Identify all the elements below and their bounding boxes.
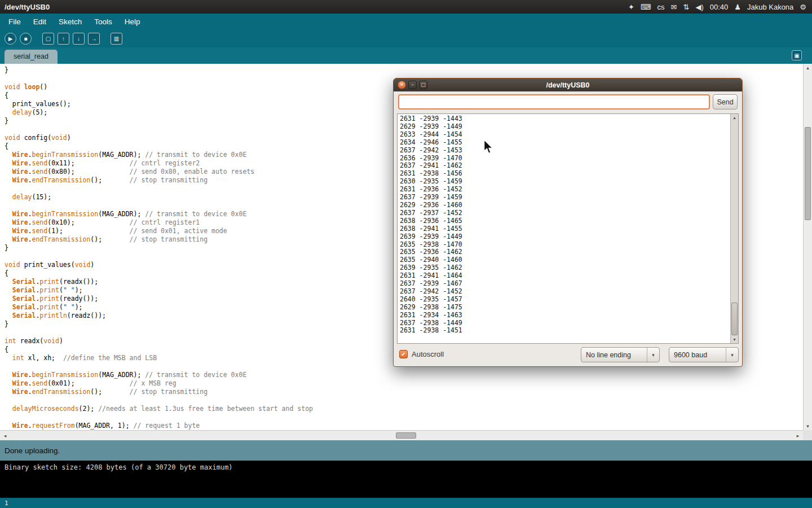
- code-line: Wire.send(0x01); // x MSB reg: [5, 379, 803, 388]
- serial-monitor-title: /dev/ttyUSB0: [394, 81, 742, 89]
- mouse-cursor: [484, 140, 494, 157]
- autoscroll-label: Autoscroll: [412, 350, 444, 358]
- serial-monitor-button[interactable]: ▥: [111, 33, 122, 45]
- indicator-icon[interactable]: ✦: [628, 3, 634, 11]
- scrollbar-corner: [803, 430, 812, 440]
- new-sketch-button[interactable]: ▢: [42, 33, 54, 45]
- line-number-indicator: 1: [5, 500, 8, 507]
- autoscroll-checkbox[interactable]: ✔: [399, 350, 408, 358]
- mail-icon[interactable]: ✉: [671, 3, 677, 11]
- code-line: Wire.requestFrom(MAG_ADDR, 1); // reques…: [5, 422, 803, 430]
- scroll-up-icon[interactable]: ▴: [804, 64, 812, 72]
- verify-button[interactable]: ▶: [5, 33, 16, 45]
- serial-scroll-up-icon[interactable]: ▴: [731, 114, 738, 121]
- network-icon[interactable]: ⇅: [683, 3, 690, 11]
- desktop-panel: /dev/ttyUSB0 ✦⌨cs✉⇅◀)00:40♟Jakub Kakona⚙: [0, 0, 812, 14]
- clock-label[interactable]: 00:40: [710, 3, 729, 11]
- scroll-left-icon[interactable]: ◂: [1, 432, 9, 440]
- serial-scrollbar[interactable]: ▴ ▾: [730, 114, 738, 343]
- maximize-icon[interactable]: ▢: [419, 81, 427, 89]
- menu-help[interactable]: Help: [118, 15, 147, 28]
- line-ending-value: No line ending: [581, 351, 647, 359]
- menu-bar: FileEditSketchToolsHelp: [0, 14, 812, 29]
- vertical-scroll-thumb[interactable]: [805, 127, 811, 220]
- serial-output-area[interactable]: 2631 -2939 -1443 2629 -2939 -1449 2633 -…: [397, 113, 739, 344]
- serial-monitor-titlebar[interactable]: /dev/ttyUSB0 ✕ – ▢: [394, 78, 742, 91]
- tab-menu-button[interactable]: ▣: [792, 50, 802, 60]
- editor-vertical-scrollbar[interactable]: ▴ ▾: [803, 64, 812, 430]
- menu-tools[interactable]: Tools: [88, 15, 118, 28]
- save-sketch-button[interactable]: ↓: [73, 33, 85, 45]
- stop-button[interactable]: ■: [20, 33, 32, 45]
- tab-bar: serial_read ▣: [0, 47, 812, 64]
- code-line: [5, 413, 803, 422]
- horizontal-scroll-thumb[interactable]: [396, 432, 416, 439]
- code-line: }: [5, 66, 803, 75]
- system-tray: ✦⌨cs✉⇅◀)00:40♟Jakub Kakona⚙: [628, 3, 812, 11]
- open-sketch-button[interactable]: ↑: [58, 33, 69, 45]
- status-bar: Done uploading.: [0, 440, 812, 461]
- user-icon[interactable]: ♟: [734, 3, 741, 11]
- code-line: Wire.beginTransmission(MAG_ADDR); // tra…: [5, 371, 803, 379]
- chevron-down-icon[interactable]: ▾: [647, 348, 659, 362]
- line-number-strip: 1: [0, 498, 812, 508]
- close-icon[interactable]: ✕: [398, 81, 406, 89]
- user-label[interactable]: Jakub Kakona: [747, 3, 793, 11]
- keyboard-layout-label[interactable]: cs: [657, 3, 665, 11]
- serial-output-text: 2631 -2939 -1443 2629 -2939 -1449 2633 -…: [398, 114, 730, 343]
- check-icon: ✔: [401, 351, 405, 357]
- chevron-down-icon[interactable]: ▾: [726, 348, 738, 362]
- minimize-icon[interactable]: –: [408, 81, 417, 89]
- serial-scroll-thumb[interactable]: [731, 303, 738, 335]
- tab-serial-read[interactable]: serial_read: [5, 50, 58, 64]
- serial-monitor-controls: ✔ Autoscroll No line ending ▾ 9600 baud …: [394, 343, 742, 366]
- volume-icon[interactable]: ◀): [695, 3, 703, 11]
- menu-file[interactable]: File: [2, 15, 27, 28]
- baud-rate-value: 9600 baud: [669, 351, 726, 359]
- gear-icon[interactable]: ⚙: [800, 3, 806, 11]
- toolbar: ▶■▢↑↓→▥: [0, 29, 812, 47]
- code-line: Wire.endTransmission(); // stop transmit…: [5, 388, 803, 396]
- editor-horizontal-scrollbar[interactable]: ◂ ▸: [0, 430, 803, 440]
- serial-monitor-window: /dev/ttyUSB0 ✕ – ▢ Send 2631 -2939 -1443…: [393, 78, 743, 367]
- scroll-down-icon[interactable]: ▾: [804, 422, 812, 430]
- scroll-right-icon[interactable]: ▸: [794, 432, 802, 440]
- status-message: Done uploading.: [5, 446, 60, 455]
- line-ending-select[interactable]: No line ending ▾: [581, 347, 660, 362]
- upload-button[interactable]: →: [88, 33, 100, 45]
- tab-menu-icon: ▣: [794, 52, 799, 59]
- menu-edit[interactable]: Edit: [27, 15, 52, 28]
- code-line: [5, 396, 803, 405]
- serial-send-input[interactable]: [398, 94, 710, 110]
- keyboard-icon[interactable]: ⌨: [641, 3, 651, 11]
- console-output: Binary sketch size: 4208 bytes (of a 307…: [0, 461, 812, 498]
- code-line: delayMicroseconds(2); //needs at least 1…: [5, 405, 803, 413]
- serial-input-row: Send: [394, 91, 742, 113]
- panel-window-title: /dev/ttyUSB0: [0, 3, 50, 11]
- menu-sketch[interactable]: Sketch: [52, 15, 88, 28]
- console-text: Binary sketch size: 4208 bytes (of a 307…: [5, 463, 233, 471]
- baud-rate-select[interactable]: 9600 baud ▾: [669, 347, 739, 362]
- send-button[interactable]: Send: [713, 94, 738, 110]
